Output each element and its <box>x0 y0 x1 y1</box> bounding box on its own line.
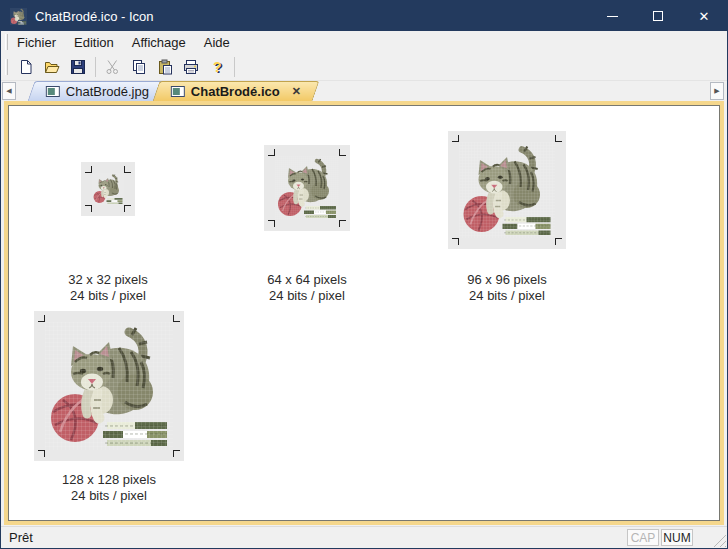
active-document-frame: 32 x 32 pixels24 bits / pixel64 x 64 pix… <box>4 101 724 525</box>
paste-button[interactable] <box>153 55 177 78</box>
paste-clipboard-icon <box>157 59 173 75</box>
maximize-icon <box>653 11 663 21</box>
size-label: 128 x 128 pixels <box>62 472 156 488</box>
tab-chatbrode-jpg[interactable]: ChatBrodé.jpg <box>28 81 168 101</box>
window-title: ChatBrodé.ico - Icon <box>35 9 154 24</box>
depth-label: 24 bits / pixel <box>267 288 347 304</box>
cat-app-icon <box>10 8 27 25</box>
new-file-button[interactable] <box>14 55 38 78</box>
embroidered-cat-image <box>275 156 339 220</box>
selection-corner-icon <box>268 220 275 227</box>
maximize-button[interactable] <box>635 1 681 31</box>
selection-corner-icon <box>268 149 275 156</box>
minimize-icon <box>607 16 618 17</box>
copy-pages-icon <box>131 59 147 75</box>
status-bar: Prêt CAP NUM <box>1 526 727 548</box>
selection-corner-icon <box>452 135 459 142</box>
toolbar-separator <box>95 57 96 77</box>
resize-grip[interactable] <box>712 533 726 547</box>
tab-chatbrode-ico[interactable]: ChatBrodé.ico ✕ <box>153 81 320 101</box>
close-button[interactable]: ✕ <box>681 1 727 31</box>
icon-variant-label: 128 x 128 pixels24 bits / pixel <box>62 472 156 504</box>
tab-close-icon[interactable]: ✕ <box>292 85 301 98</box>
icon-variant-64[interactable] <box>264 145 350 231</box>
menu-edition[interactable]: Edition <box>65 33 123 52</box>
tab-label: ChatBrodé.ico <box>191 84 280 99</box>
close-icon: ✕ <box>699 10 710 23</box>
tab-label: ChatBrodé.jpg <box>66 84 149 99</box>
svg-text:?: ? <box>213 59 222 75</box>
selection-corner-icon <box>452 238 459 245</box>
toolbar-separator <box>234 57 235 77</box>
scroll-right-icon: ▶ <box>714 87 719 95</box>
menu-bar: Fichier Edition Affichage Aide <box>1 31 727 53</box>
embroidered-cat-image <box>45 322 173 450</box>
selection-corner-icon <box>339 220 346 227</box>
status-message: Prêt <box>9 530 33 545</box>
depth-label: 24 bits / pixel <box>62 488 156 504</box>
open-file-button[interactable] <box>40 55 64 78</box>
icon-variant-label: 32 x 32 pixels24 bits / pixel <box>68 272 148 304</box>
new-file-icon <box>18 59 34 75</box>
embroidered-cat-image <box>459 142 555 238</box>
icon-document-view: 32 x 32 pixels24 bits / pixel64 x 64 pix… <box>8 105 720 521</box>
selection-corner-icon <box>85 205 92 212</box>
selection-corner-icon <box>124 205 131 212</box>
toolbar: ?? <box>1 53 727 81</box>
minimize-button[interactable] <box>589 1 635 31</box>
selection-corner-icon <box>173 450 180 457</box>
icon-variant-label: 96 x 96 pixels24 bits / pixel <box>467 272 547 304</box>
app-window: ChatBrodé.ico - Icon ✕ Fichier Edition A… <box>0 0 728 549</box>
icon-variant-96[interactable] <box>448 131 566 249</box>
selection-corner-icon <box>124 166 131 173</box>
num-lock-indicator: NUM <box>661 529 693 546</box>
document-tab-bar: ◀ ChatBrodé.jpg ChatBrodé.ico ✕ ▶ <box>1 81 727 101</box>
save-floppy-icon <box>70 59 86 75</box>
caps-lock-indicator: CAP <box>627 529 659 546</box>
save-file-button[interactable] <box>66 55 90 78</box>
size-label: 96 x 96 pixels <box>467 272 547 288</box>
menu-aide[interactable]: Aide <box>195 33 239 52</box>
selection-corner-icon <box>555 238 562 245</box>
printer-icon <box>183 59 199 75</box>
image-file-icon <box>46 86 60 97</box>
scroll-left-icon: ◀ <box>6 87 11 95</box>
print-button[interactable] <box>179 55 203 78</box>
toolbar-grip[interactable] <box>5 59 8 75</box>
open-folder-icon <box>44 59 60 75</box>
icon-variant-32[interactable] <box>81 162 135 216</box>
tab-scroll-left-button[interactable]: ◀ <box>2 82 16 100</box>
depth-label: 24 bits / pixel <box>68 288 148 304</box>
icon-variant-label: 64 x 64 pixels24 bits / pixel <box>267 272 347 304</box>
help-button[interactable]: ?? <box>205 55 229 78</box>
selection-corner-icon <box>173 315 180 322</box>
embroidered-cat-image <box>92 173 124 205</box>
selection-corner-icon <box>555 135 562 142</box>
size-label: 32 x 32 pixels <box>68 272 148 288</box>
selection-corner-icon <box>339 149 346 156</box>
image-file-icon <box>171 86 185 97</box>
question-mark-icon: ?? <box>209 59 225 75</box>
selection-corner-icon <box>38 450 45 457</box>
icon-variant-128[interactable] <box>34 311 184 461</box>
menu-affichage[interactable]: Affichage <box>123 33 195 52</box>
scissors-icon <box>105 59 121 75</box>
selection-corner-icon <box>38 315 45 322</box>
title-bar: ChatBrodé.ico - Icon ✕ <box>1 1 727 31</box>
cut-button[interactable] <box>101 55 125 78</box>
size-label: 64 x 64 pixels <box>267 272 347 288</box>
copy-button[interactable] <box>127 55 151 78</box>
tab-scroll-right-button[interactable]: ▶ <box>710 82 724 100</box>
menu-fichier[interactable]: Fichier <box>8 33 65 52</box>
depth-label: 24 bits / pixel <box>467 288 547 304</box>
selection-corner-icon <box>85 166 92 173</box>
